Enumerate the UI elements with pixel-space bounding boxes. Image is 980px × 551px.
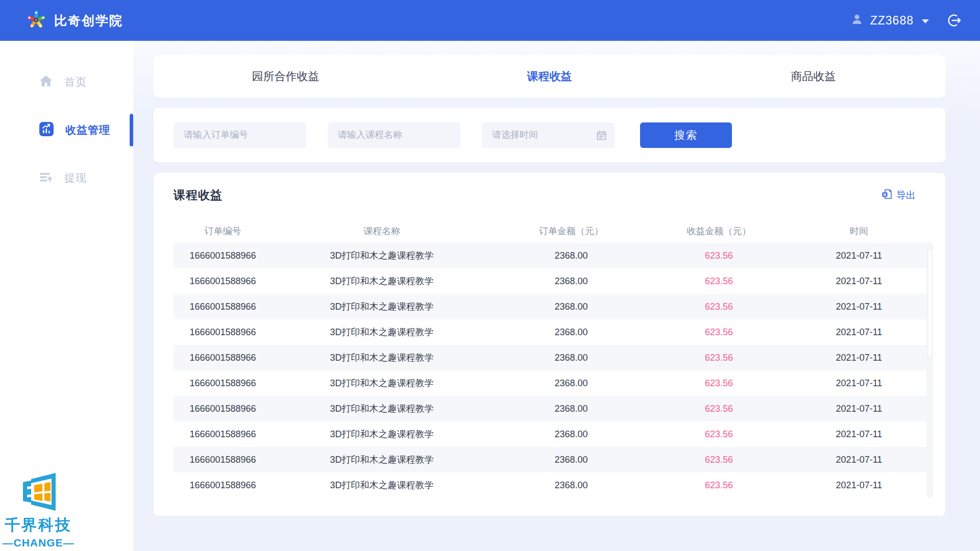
table-cell: 2368.00 <box>492 353 651 363</box>
table-cell: 1666001588966 <box>174 429 272 440</box>
calendar-icon <box>597 131 606 142</box>
company-logo-subtitle: —CHANGE— <box>0 537 77 549</box>
table-cell: 1666001588966 <box>174 404 272 414</box>
table-cell: 2368.00 <box>492 302 651 312</box>
table-row[interactable]: 16660015889663D打印和木之趣课程教学2368.00623.5620… <box>174 319 931 345</box>
table-row[interactable]: 16660015889663D打印和木之趣课程教学2368.00623.5620… <box>174 421 931 447</box>
sidebar-item-home[interactable]: 首页 <box>0 69 133 95</box>
table-column-header: 订单编号 <box>174 225 272 237</box>
table-cell: 623.56 <box>651 378 787 389</box>
table-cell: 2021-07-11 <box>787 327 931 338</box>
user-avatar-icon <box>851 13 863 28</box>
revenue-tabs: 园所合作收益 课程收益 商品收益 <box>154 55 945 97</box>
table-cell: 1666001588966 <box>174 327 272 338</box>
sidebar-item-withdraw[interactable]: 提现 <box>0 165 133 191</box>
search-bar: 搜索 <box>154 108 945 162</box>
table-cell: 3D打印和木之趣课程教学 <box>272 352 492 364</box>
table-column-header: 收益金额（元） <box>651 225 787 237</box>
table-scrollbar[interactable] <box>926 243 933 498</box>
brand-star-icon <box>27 9 46 32</box>
table-cell: 2368.00 <box>492 327 651 338</box>
table-cell: 1666001588966 <box>174 480 272 491</box>
table-cell: 1666001588966 <box>174 378 272 389</box>
user-name[interactable]: ZZ3688 <box>870 14 914 28</box>
table-scrollbar-thumb[interactable] <box>928 250 932 357</box>
table-row[interactable]: 16660015889663D打印和木之趣课程教学2368.00623.5620… <box>174 472 931 498</box>
table-column-header: 时间 <box>787 225 931 237</box>
table-cell: 623.56 <box>651 404 787 414</box>
table-cell: 2021-07-11 <box>787 378 931 389</box>
table-column-header: 课程名称 <box>272 225 492 237</box>
table-cell: 2021-07-11 <box>787 353 931 363</box>
table-row[interactable]: 16660015889663D打印和木之趣课程教学2368.00623.5620… <box>174 243 931 268</box>
table-row[interactable]: 16660015889663D打印和木之趣课程教学2368.00623.5620… <box>174 294 931 319</box>
table-cell: 2021-07-11 <box>787 429 931 440</box>
table-cell: 2021-07-11 <box>787 480 931 491</box>
excel-file-icon <box>881 189 892 202</box>
table-cell: 3D打印和木之趣课程教学 <box>272 479 492 491</box>
table-cell: 2021-07-11 <box>787 404 931 414</box>
company-logo-mark-icon <box>16 505 61 513</box>
table-cell: 623.56 <box>651 353 787 363</box>
table-cell: 3D打印和木之趣课程教学 <box>272 300 492 313</box>
export-label: 导出 <box>896 189 916 202</box>
table-row[interactable]: 16660015889663D打印和木之趣课程教学2368.00623.5620… <box>174 268 931 294</box>
table-row[interactable]: 16660015889663D打印和木之趣课程教学2368.00623.5620… <box>174 447 931 472</box>
tab-garden-coop-revenue[interactable]: 园所合作收益 <box>154 69 418 84</box>
table-cell: 2368.00 <box>492 251 651 261</box>
tab-course-revenue[interactable]: 课程收益 <box>418 69 681 84</box>
table-cell: 623.56 <box>651 276 787 287</box>
sidebar-item-label: 收益管理 <box>65 123 110 137</box>
brand-title: 比奇创学院 <box>54 12 123 29</box>
sidebar-item-revenue[interactable]: 收益管理 <box>0 117 133 143</box>
course-name-input[interactable] <box>328 122 460 148</box>
company-logo-name: 千界科技 <box>0 515 77 536</box>
logout-button[interactable] <box>946 13 962 28</box>
table-cell: 2021-07-11 <box>787 251 931 261</box>
table-cell: 1666001588966 <box>174 302 272 312</box>
table-cell: 3D打印和木之趣课程教学 <box>272 428 492 440</box>
brand: 比奇创学院 <box>27 9 123 32</box>
table-cell: 2021-07-11 <box>787 302 931 312</box>
table-body: 16660015889663D打印和木之趣课程教学2368.00623.5620… <box>174 243 931 498</box>
table-cell: 1666001588966 <box>174 276 272 287</box>
course-revenue-table: 订单编号课程名称订单金额（元）收益金额（元）时间 16660015889663D… <box>174 219 931 498</box>
table-row[interactable]: 16660015889663D打印和木之趣课程教学2368.00623.5620… <box>174 396 931 421</box>
table-cell: 623.56 <box>651 480 787 491</box>
table-column-header: 订单金额（元） <box>492 225 651 237</box>
table-cell: 3D打印和木之趣课程教学 <box>272 326 492 338</box>
course-revenue-panel: 课程收益 导出 订单编号课程名称订单金额（元）收益金额（元）时间 <box>154 173 945 516</box>
main-content: 园所合作收益 课程收益 商品收益 <box>133 41 980 551</box>
table-cell: 2021-07-11 <box>787 276 931 287</box>
sidebar-item-label: 首页 <box>64 75 87 89</box>
table-cell: 623.56 <box>651 327 787 338</box>
table-cell: 3D打印和木之趣课程教学 <box>272 403 492 415</box>
table-cell: 2368.00 <box>492 404 651 414</box>
table-head: 订单编号课程名称订单金额（元）收益金额（元）时间 <box>174 219 931 243</box>
order-number-input[interactable] <box>174 122 306 148</box>
chevron-down-icon[interactable] <box>922 19 929 23</box>
table-cell: 623.56 <box>651 429 787 440</box>
sidebar-item-label: 提现 <box>64 171 87 185</box>
table-cell: 3D打印和木之趣课程教学 <box>272 454 492 466</box>
table-cell: 623.56 <box>651 302 787 312</box>
user-area: ZZ3688 <box>851 13 962 28</box>
table-cell: 3D打印和木之趣课程教学 <box>272 275 492 287</box>
table-row[interactable]: 16660015889663D打印和木之趣课程教学2368.00623.5620… <box>174 345 931 370</box>
top-bar: 比奇创学院 ZZ3688 <box>0 0 980 41</box>
export-button[interactable]: 导出 <box>881 189 916 202</box>
table-cell: 1666001588966 <box>174 353 272 363</box>
table-row[interactable]: 16660015889663D打印和木之趣课程教学2368.00623.5620… <box>174 370 931 396</box>
table-cell: 623.56 <box>651 251 787 261</box>
table-cell: 2368.00 <box>492 455 651 465</box>
table-cell: 2368.00 <box>492 378 651 389</box>
table-cell: 2368.00 <box>492 429 651 440</box>
table-cell: 623.56 <box>651 455 787 465</box>
panel-title: 课程收益 <box>174 187 223 203</box>
company-logo: 千界科技 —CHANGE— <box>0 472 77 549</box>
search-button[interactable]: 搜索 <box>640 122 732 148</box>
date-picker-input[interactable] <box>482 122 615 148</box>
table-cell: 2368.00 <box>492 480 651 491</box>
tab-goods-revenue[interactable]: 商品收益 <box>681 69 945 84</box>
sidebar: 首页 收益管理 <box>0 41 133 551</box>
